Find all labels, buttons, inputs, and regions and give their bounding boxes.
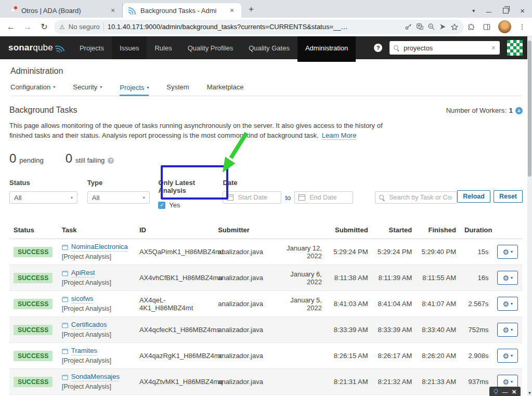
browser-menu-kebab-icon[interactable]: [518, 23, 526, 31]
help-icon[interactable]: ?: [374, 44, 382, 52]
forward-button[interactable]: →: [21, 22, 34, 32]
task-link[interactable]: Certificados: [71, 321, 107, 329]
gear-icon: ⚙: [502, 378, 509, 386]
nav-item-projects[interactable]: Projects: [72, 36, 112, 59]
side-panel-icon[interactable]: [483, 23, 491, 31]
task-actions-button[interactable]: ⚙ ▾: [497, 245, 518, 259]
status-select[interactable]: All ▾: [9, 191, 77, 204]
start-date-field[interactable]: [223, 191, 281, 204]
task-type-label: [Project Analysis]: [62, 253, 131, 261]
task-link[interactable]: NominaElectronica: [71, 243, 128, 252]
actions-cell: ⚙ ▾: [492, 265, 523, 291]
nav-item-quality-profiles[interactable]: Quality Profiles: [180, 36, 241, 59]
window-minimize-icon[interactable]: [486, 9, 491, 12]
omnibox[interactable]: ⚠ No seguro 10.1.40.171:9000/admin/backg…: [54, 20, 464, 34]
finished-cell: 8:33:40 AM: [416, 317, 460, 343]
tab-close-icon[interactable]: ×: [109, 7, 117, 14]
task-link[interactable]: ApiRest: [71, 269, 95, 278]
tool-close-icon[interactable]: ✕: [512, 389, 516, 394]
window-close-icon[interactable]: ×: [520, 8, 525, 14]
window-restore-icon[interactable]: [503, 8, 509, 14]
task-actions-button[interactable]: ⚙ ▾: [497, 349, 518, 363]
zoom-out-icon[interactable]: [427, 23, 435, 31]
task-actions-button[interactable]: ⚙ ▾: [497, 297, 518, 311]
url-text[interactable]: 10.1.40.171:9000/admin/background_tasks?…: [108, 23, 401, 31]
subnav-system[interactable]: System: [166, 83, 189, 96]
logo-bold: sonar: [8, 43, 33, 52]
task-actions-button[interactable]: ⚙ ▾: [497, 323, 518, 337]
task-link[interactable]: Tramites: [71, 347, 97, 355]
type-select[interactable]: All ▾: [87, 191, 150, 204]
header-id: ID: [135, 220, 214, 239]
security-warning-icon[interactable]: ⚠: [59, 23, 65, 31]
header-status: Status: [9, 220, 58, 239]
task-search-field[interactable]: [375, 191, 457, 204]
start-date-input[interactable]: [237, 193, 277, 202]
failing-help-icon[interactable]: ?: [108, 157, 114, 164]
status-badge: SUCCESS: [14, 299, 53, 309]
task-link[interactable]: sicofws: [71, 295, 94, 303]
scrollbar-down-arrow-icon[interactable]: ▾: [527, 390, 532, 396]
task-search-input[interactable]: [388, 193, 453, 202]
latest-analysis-filter: Only Latest Analysis ✓ Yes: [158, 179, 223, 209]
task-actions-button[interactable]: ⚙ ▾: [497, 271, 518, 285]
task-link[interactable]: SondaMensajes: [71, 373, 120, 381]
subnav-security[interactable]: Security▾: [73, 83, 102, 96]
reload-button[interactable]: ↻: [37, 22, 51, 32]
browser-profile-avatar[interactable]: [498, 20, 511, 33]
user-avatar-identicon[interactable]: [507, 40, 523, 56]
reset-button[interactable]: Reset: [494, 190, 523, 203]
table-row: SUCCESS NominaElectronica [Project Analy…: [9, 239, 523, 265]
subnav-projects[interactable]: Projects▾: [120, 83, 149, 96]
global-search-box[interactable]: ×: [390, 41, 500, 55]
clear-search-icon[interactable]: ×: [491, 44, 496, 52]
send-icon[interactable]: [439, 23, 447, 31]
end-date-field[interactable]: [294, 191, 353, 204]
scrollbar-thumb[interactable]: [528, 41, 531, 177]
date-filter-label: Date: [223, 179, 353, 187]
duration-cell: 15s: [460, 239, 493, 265]
back-button[interactable]: ←: [4, 22, 18, 32]
latest-analysis-label: Only Latest Analysis: [158, 179, 223, 194]
page-scrollbar[interactable]: ▾: [527, 36, 532, 396]
type-filter-label: Type: [87, 179, 158, 187]
date-filter: Date to: [223, 179, 353, 204]
latest-analysis-checkbox[interactable]: ✓: [158, 202, 165, 209]
sonarqube-logo[interactable]: sonarqube: [0, 43, 72, 53]
search-icon: [379, 195, 385, 201]
key-icon[interactable]: [405, 23, 412, 31]
translate-icon[interactable]: [416, 23, 424, 31]
sonarqube-waves-icon: [54, 43, 64, 52]
extensions-puzzle-icon[interactable]: [467, 23, 475, 31]
duration-cell: 2.908s: [460, 343, 493, 369]
status-select-value: All: [14, 194, 21, 202]
edit-workers-icon[interactable]: +: [515, 107, 523, 114]
nav-item-issues[interactable]: Issues: [112, 36, 147, 59]
tab-title: Otros | ADA (Board): [21, 7, 105, 15]
tool-minimize-icon[interactable]: —: [502, 389, 508, 394]
new-tab-button[interactable]: +: [244, 3, 258, 16]
project-icon: [62, 322, 68, 328]
tab-title: Background Tasks - Admi: [140, 7, 224, 15]
subnav-configuration[interactable]: Configuration▾: [10, 83, 55, 96]
browser-tab-otros[interactable]: Otros | ADA (Board) ×: [4, 3, 123, 18]
browser-tab-background-tasks[interactable]: Background Tasks - Admi ×: [123, 3, 241, 18]
end-date-input[interactable]: [308, 193, 349, 202]
workers-count: 1: [509, 107, 513, 114]
learn-more-link[interactable]: Learn More: [322, 131, 356, 140]
date-cell: [271, 317, 326, 343]
tab-search-icon[interactable]: ▾: [472, 8, 475, 14]
bookmark-star-icon[interactable]: [450, 23, 459, 31]
lightbulb-icon[interactable]: [494, 389, 498, 395]
global-search-input[interactable]: [403, 44, 488, 52]
finished-cell: 8:26:20 AM: [416, 343, 460, 369]
workers-label: Number of Workers:: [446, 107, 507, 114]
tab-close-icon[interactable]: ×: [228, 7, 236, 14]
reload-button[interactable]: Reload: [457, 190, 490, 203]
subnav-marketplace[interactable]: Marketplace: [207, 83, 244, 96]
subtab-label: Configuration: [10, 83, 50, 91]
task-type-label: [Project Analysis]: [62, 331, 131, 339]
nav-item-administration[interactable]: Administration: [297, 36, 356, 59]
nav-item-quality-gates[interactable]: Quality Gates: [241, 36, 297, 59]
nav-item-rules[interactable]: Rules: [147, 36, 179, 59]
